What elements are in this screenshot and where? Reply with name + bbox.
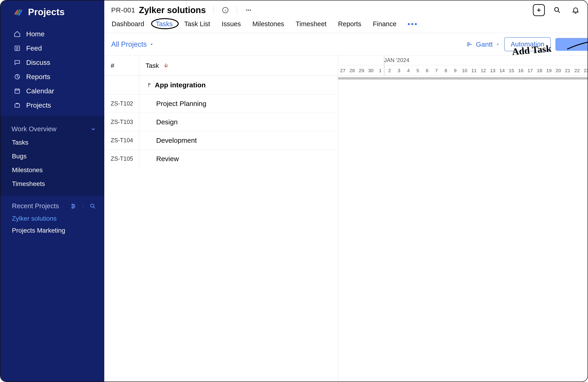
day-cell: 11: [469, 68, 479, 73]
day-row: 2728293012345678910111213141516171819202…: [338, 65, 588, 76]
nav-feed[interactable]: Feed: [0, 41, 104, 55]
search-icon[interactable]: [551, 4, 563, 16]
add-task-main[interactable]: [555, 38, 588, 51]
wo-timesheets[interactable]: Timesheets: [0, 177, 104, 191]
all-projects-dropdown[interactable]: All Projects: [111, 40, 154, 48]
milestone-icon: [146, 82, 152, 88]
day-cell: 29: [357, 68, 366, 73]
day-cell: 5: [413, 68, 422, 73]
recent-project-marketing[interactable]: Projects Marketing: [0, 225, 104, 237]
add-button[interactable]: [533, 4, 545, 16]
tab-timesheet[interactable]: Timesheet: [295, 19, 327, 29]
gantt-icon: [466, 41, 473, 48]
recent-project-zylker[interactable]: Zylker solutions: [0, 213, 104, 225]
bell-icon[interactable]: [570, 4, 582, 16]
day-cell: 16: [516, 68, 525, 73]
task-row[interactable]: ZS-T103 Design: [104, 113, 338, 131]
day-cell: 1: [376, 68, 385, 73]
wo-bugs[interactable]: Bugs: [0, 149, 104, 163]
nav-projects[interactable]: Projects: [0, 98, 104, 112]
task-group-row[interactable]: App integration: [104, 76, 338, 94]
feed-icon: [13, 44, 21, 52]
tab-finance[interactable]: Finance: [372, 19, 397, 29]
nav-label: Home: [26, 30, 44, 38]
col-header-task[interactable]: Task: [139, 56, 338, 76]
tab-reports[interactable]: Reports: [338, 19, 362, 29]
task-list-panel: # Task App integration: [104, 56, 338, 382]
work-overview-header[interactable]: Work Overview: [0, 121, 104, 135]
day-cell: 22: [572, 68, 582, 73]
sliders-icon[interactable]: [70, 203, 77, 209]
work-overview-section: Work Overview Tasks Bugs Milestones Time…: [0, 116, 104, 196]
recent-header-label: Recent Projects: [12, 202, 59, 210]
nav-discuss[interactable]: Discuss: [0, 55, 104, 70]
svg-point-15: [72, 207, 73, 208]
task-rows: App integration ZS-T102 Project Planning…: [104, 76, 338, 168]
day-cell: 13: [488, 68, 498, 73]
svg-rect-5: [15, 89, 20, 93]
day-cell: 28: [348, 68, 357, 73]
svg-marker-47: [151, 44, 153, 45]
tab-dashboard[interactable]: Dashboard: [111, 19, 145, 29]
tab-tasklist[interactable]: Task List: [184, 19, 211, 29]
svg-marker-51: [497, 44, 499, 45]
day-cell: 3: [394, 68, 404, 73]
day-cell: 12: [479, 68, 488, 73]
svg-point-14: [74, 205, 75, 207]
wo-tasks[interactable]: Tasks: [0, 135, 104, 149]
brand[interactable]: Projects: [0, 0, 104, 24]
tab-issues[interactable]: Issues: [221, 19, 241, 29]
info-icon[interactable]: [222, 6, 229, 14]
project-more-icon[interactable]: [245, 6, 252, 14]
home-icon: [13, 30, 21, 38]
tabs-more-icon[interactable]: •••: [407, 20, 418, 28]
svg-line-17: [94, 207, 95, 208]
subbar: All Projects Gantt Automation: [104, 33, 588, 55]
task-list-header: # Task: [104, 56, 338, 76]
content-area: # Task App integration: [104, 55, 588, 382]
nav-reports[interactable]: Reports: [0, 70, 104, 84]
task-row[interactable]: ZS-T104 Development: [104, 131, 338, 149]
nav-label: Calendar: [26, 87, 54, 95]
day-cell: 10: [460, 68, 469, 73]
sidebar: Projects Home Feed Discuss Reports Calen…: [0, 0, 104, 382]
svg-rect-9: [15, 104, 20, 107]
projects-icon: [13, 101, 21, 109]
nav-main: Home Feed Discuss Reports Calendar Proje…: [0, 24, 104, 116]
add-task-button[interactable]: [555, 38, 588, 51]
svg-point-13: [72, 204, 73, 205]
nav-calendar[interactable]: Calendar: [0, 84, 104, 98]
tab-tasks[interactable]: Tasks: [155, 19, 173, 29]
task-row[interactable]: ZS-T102 Project Planning: [104, 94, 338, 113]
automation-button[interactable]: Automation: [504, 37, 551, 51]
tab-milestones[interactable]: Milestones: [252, 19, 285, 29]
day-cell: 4: [404, 68, 413, 73]
day-cell: 17: [525, 68, 535, 73]
svg-point-22: [248, 9, 249, 11]
chevron-down-icon: [90, 126, 96, 132]
svg-point-21: [246, 9, 247, 11]
nav-home[interactable]: Home: [0, 27, 104, 41]
svg-line-27: [558, 11, 560, 13]
search-icon[interactable]: [90, 203, 96, 209]
tabs: Dashboard Tasks Task List Issues Milesto…: [104, 18, 588, 33]
day-cell: 21: [563, 68, 572, 73]
col-header-number[interactable]: #: [104, 56, 139, 76]
day-cell: 19: [544, 68, 554, 73]
timeline-header: JAN '2024 272829301234567891011121314151…: [338, 56, 588, 76]
day-cell: 9: [451, 68, 460, 73]
timeline-body[interactable]: [338, 76, 588, 382]
nav-label: Discuss: [26, 59, 50, 67]
task-row[interactable]: ZS-T105 Review: [104, 149, 338, 168]
day-cell: 20: [554, 68, 563, 73]
flame-icon: [163, 63, 168, 69]
view-gantt-dropdown[interactable]: Gantt: [466, 41, 500, 48]
day-cell: 7: [432, 68, 441, 73]
svg-point-26: [555, 8, 559, 11]
brand-name: Projects: [28, 7, 64, 17]
day-cell: 8: [441, 68, 451, 73]
day-cell: 6: [422, 68, 432, 73]
day-cell: 18: [535, 68, 544, 73]
wo-milestones[interactable]: Milestones: [0, 163, 104, 177]
project-name: Zylker solutions: [139, 5, 206, 15]
